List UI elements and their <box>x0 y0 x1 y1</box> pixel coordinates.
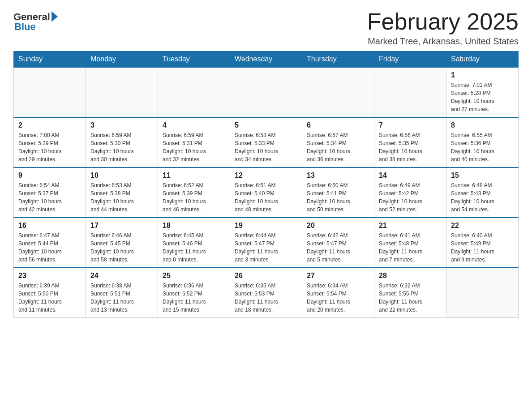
calendar-cell <box>230 67 302 117</box>
calendar-cell <box>302 67 374 117</box>
day-number: 13 <box>307 171 369 180</box>
day-number: 12 <box>235 171 297 180</box>
calendar-cell: 9Sunrise: 6:54 AMSunset: 5:37 PMDaylight… <box>14 167 86 218</box>
calendar-cell: 14Sunrise: 6:49 AMSunset: 5:42 PMDayligh… <box>374 167 446 218</box>
day-number: 23 <box>18 272 81 280</box>
day-info: Sunrise: 6:56 AMSunset: 5:35 PMDaylight:… <box>379 131 442 163</box>
calendar-cell <box>86 67 158 117</box>
day-info: Sunrise: 6:40 AMSunset: 5:49 PMDaylight:… <box>451 231 514 264</box>
calendar-cell: 1Sunrise: 7:01 AMSunset: 5:28 PMDaylight… <box>446 67 519 117</box>
day-number: 1 <box>451 71 514 79</box>
calendar-week-row: 2Sunrise: 7:00 AMSunset: 5:29 PMDaylight… <box>14 117 519 167</box>
day-info: Sunrise: 6:41 AMSunset: 5:48 PMDaylight:… <box>379 231 442 264</box>
day-info: Sunrise: 6:48 AMSunset: 5:43 PMDaylight:… <box>451 181 514 214</box>
calendar-day-header: Thursday <box>302 51 374 68</box>
day-info: Sunrise: 6:39 AMSunset: 5:50 PMDaylight:… <box>18 282 81 314</box>
day-info: Sunrise: 6:59 AMSunset: 5:30 PMDaylight:… <box>90 131 153 163</box>
day-number: 16 <box>18 222 81 230</box>
day-info: Sunrise: 6:46 AMSunset: 5:45 PMDaylight:… <box>90 231 153 264</box>
day-info: Sunrise: 6:54 AMSunset: 5:37 PMDaylight:… <box>18 181 81 214</box>
calendar-cell: 7Sunrise: 6:56 AMSunset: 5:35 PMDaylight… <box>374 117 446 167</box>
calendar-cell: 15Sunrise: 6:48 AMSunset: 5:43 PMDayligh… <box>446 167 519 218</box>
day-number: 9 <box>18 171 81 180</box>
calendar-cell: 18Sunrise: 6:45 AMSunset: 5:46 PMDayligh… <box>158 218 230 268</box>
day-info: Sunrise: 6:53 AMSunset: 5:38 PMDaylight:… <box>90 181 153 214</box>
calendar-cell: 8Sunrise: 6:55 AMSunset: 5:36 PMDaylight… <box>446 117 519 167</box>
calendar-cell: 16Sunrise: 6:47 AMSunset: 5:44 PMDayligh… <box>14 218 86 268</box>
day-number: 28 <box>379 272 442 280</box>
day-info: Sunrise: 6:52 AMSunset: 5:39 PMDaylight:… <box>163 181 225 214</box>
calendar-day-header: Monday <box>86 51 158 68</box>
location-subtitle: Marked Tree, Arkansas, United States <box>367 36 519 47</box>
calendar-day-header: Wednesday <box>230 51 302 68</box>
day-number: 24 <box>90 272 153 280</box>
day-info: Sunrise: 6:57 AMSunset: 5:34 PMDaylight:… <box>307 131 369 163</box>
day-info: Sunrise: 6:55 AMSunset: 5:36 PMDaylight:… <box>451 131 514 163</box>
calendar-day-header: Friday <box>374 51 446 68</box>
calendar-cell: 21Sunrise: 6:41 AMSunset: 5:48 PMDayligh… <box>374 218 446 268</box>
day-info: Sunrise: 6:34 AMSunset: 5:54 PMDaylight:… <box>307 282 369 314</box>
day-number: 6 <box>307 121 369 129</box>
day-number: 8 <box>451 121 514 129</box>
calendar-cell: 4Sunrise: 6:59 AMSunset: 5:31 PMDaylight… <box>158 117 230 167</box>
calendar-cell <box>14 67 86 117</box>
day-info: Sunrise: 6:51 AMSunset: 5:40 PMDaylight:… <box>235 181 297 214</box>
day-number: 14 <box>379 171 442 180</box>
calendar-day-header: Sunday <box>14 51 86 68</box>
calendar-cell: 13Sunrise: 6:50 AMSunset: 5:41 PMDayligh… <box>302 167 374 218</box>
calendar-day-header: Saturday <box>446 51 519 68</box>
calendar-day-header: Tuesday <box>158 51 230 68</box>
calendar-cell: 17Sunrise: 6:46 AMSunset: 5:45 PMDayligh… <box>86 218 158 268</box>
day-number: 11 <box>163 171 225 180</box>
logo-blue-text: Blue <box>14 21 36 33</box>
day-number: 4 <box>163 121 225 129</box>
calendar-cell: 19Sunrise: 6:44 AMSunset: 5:47 PMDayligh… <box>230 218 302 268</box>
calendar-cell: 6Sunrise: 6:57 AMSunset: 5:34 PMDaylight… <box>302 117 374 167</box>
day-info: Sunrise: 7:00 AMSunset: 5:29 PMDaylight:… <box>18 131 81 163</box>
day-number: 7 <box>379 121 442 129</box>
day-info: Sunrise: 6:49 AMSunset: 5:42 PMDaylight:… <box>379 181 442 214</box>
day-number: 27 <box>307 272 369 280</box>
calendar-cell: 3Sunrise: 6:59 AMSunset: 5:30 PMDaylight… <box>86 117 158 167</box>
calendar-cell <box>446 268 519 318</box>
day-number: 10 <box>90 171 153 180</box>
logo: General Blue <box>13 9 58 33</box>
calendar-header-row: SundayMondayTuesdayWednesdayThursdayFrid… <box>14 51 519 68</box>
calendar-week-row: 16Sunrise: 6:47 AMSunset: 5:44 PMDayligh… <box>14 218 519 268</box>
day-info: Sunrise: 6:42 AMSunset: 5:47 PMDaylight:… <box>307 231 369 264</box>
calendar-cell: 2Sunrise: 7:00 AMSunset: 5:29 PMDaylight… <box>14 117 86 167</box>
day-info: Sunrise: 6:38 AMSunset: 5:51 PMDaylight:… <box>90 282 153 314</box>
day-number: 22 <box>451 222 514 230</box>
day-info: Sunrise: 6:35 AMSunset: 5:53 PMDaylight:… <box>235 282 297 314</box>
calendar-cell <box>374 67 446 117</box>
calendar-cell: 23Sunrise: 6:39 AMSunset: 5:50 PMDayligh… <box>14 268 86 318</box>
calendar-cell: 20Sunrise: 6:42 AMSunset: 5:47 PMDayligh… <box>302 218 374 268</box>
day-info: Sunrise: 6:32 AMSunset: 5:55 PMDaylight:… <box>379 282 442 314</box>
day-number: 18 <box>163 222 225 230</box>
day-number: 5 <box>235 121 297 129</box>
calendar-week-row: 9Sunrise: 6:54 AMSunset: 5:37 PMDaylight… <box>14 167 519 218</box>
calendar-cell: 25Sunrise: 6:36 AMSunset: 5:52 PMDayligh… <box>158 268 230 318</box>
day-info: Sunrise: 6:58 AMSunset: 5:33 PMDaylight:… <box>235 131 297 163</box>
calendar-cell: 26Sunrise: 6:35 AMSunset: 5:53 PMDayligh… <box>230 268 302 318</box>
page-header: General Blue February 2025 Marked Tree, … <box>13 9 519 47</box>
logo-arrow-icon <box>51 11 58 22</box>
calendar-cell: 11Sunrise: 6:52 AMSunset: 5:39 PMDayligh… <box>158 167 230 218</box>
calendar-week-row: 23Sunrise: 6:39 AMSunset: 5:50 PMDayligh… <box>14 268 519 318</box>
calendar-cell <box>158 67 230 117</box>
title-block: February 2025 Marked Tree, Arkansas, Uni… <box>367 9 519 47</box>
day-number: 15 <box>451 171 514 180</box>
day-number: 17 <box>90 222 153 230</box>
calendar-cell: 28Sunrise: 6:32 AMSunset: 5:55 PMDayligh… <box>374 268 446 318</box>
calendar-cell: 10Sunrise: 6:53 AMSunset: 5:38 PMDayligh… <box>86 167 158 218</box>
day-info: Sunrise: 7:01 AMSunset: 5:28 PMDaylight:… <box>451 81 514 113</box>
day-number: 3 <box>90 121 153 129</box>
calendar-table: SundayMondayTuesdayWednesdayThursdayFrid… <box>13 51 519 318</box>
day-info: Sunrise: 6:45 AMSunset: 5:46 PMDaylight:… <box>163 231 225 264</box>
day-number: 19 <box>235 222 297 230</box>
day-number: 25 <box>163 272 225 280</box>
calendar-cell: 5Sunrise: 6:58 AMSunset: 5:33 PMDaylight… <box>230 117 302 167</box>
month-title: February 2025 <box>367 9 519 34</box>
calendar-cell: 27Sunrise: 6:34 AMSunset: 5:54 PMDayligh… <box>302 268 374 318</box>
day-number: 20 <box>307 222 369 230</box>
